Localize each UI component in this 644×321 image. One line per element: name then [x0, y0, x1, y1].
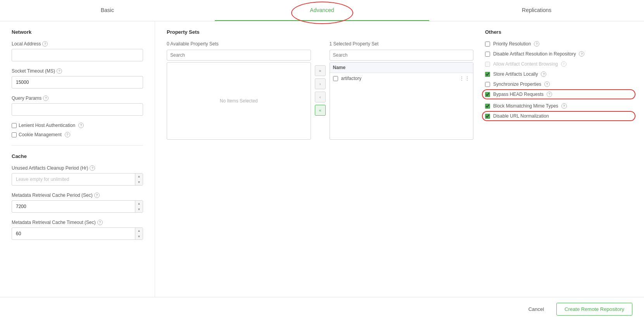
selected-ps-list: Name artifactory ⋮⋮ — [330, 62, 474, 140]
local-address-help-icon[interactable]: ? — [42, 41, 48, 47]
store-artifacts-locally-row: Store Artifacts Locally ? — [485, 71, 632, 77]
socket-timeout-help-icon[interactable]: ? — [57, 68, 62, 74]
cookie-management-label[interactable]: Cookie Management — [12, 132, 62, 137]
others-title: Others — [485, 29, 632, 35]
selected-ps-title: 1 Selected Property Set — [330, 41, 474, 47]
synchronize-properties-checkbox[interactable] — [485, 82, 490, 87]
divider-1 — [12, 145, 143, 146]
metadata-cache-period-down[interactable]: ▼ — [135, 206, 143, 212]
ps-item-name: artifactory — [341, 76, 456, 81]
ps-item-menu-icon[interactable]: ⋮⋮ — [459, 75, 470, 82]
socket-timeout-input[interactable] — [12, 76, 143, 88]
bypass-head-requests-label[interactable]: Bypass HEAD Requests — [493, 92, 544, 97]
metadata-cache-period-help-icon[interactable]: ? — [94, 193, 100, 198]
unused-cleanup-group: Unused Artifacts Cleanup Period (Hr) ? ▲… — [12, 165, 143, 186]
lenient-host-help-icon[interactable]: ? — [78, 123, 84, 128]
disable-url-normalization-row: Disable URL Normalization — [485, 113, 632, 119]
ps-list-header: Name — [330, 62, 473, 73]
unused-cleanup-down[interactable]: ▼ — [135, 179, 143, 185]
metadata-cache-timeout-input[interactable] — [12, 227, 143, 240]
selected-ps-search[interactable] — [330, 50, 474, 61]
create-repository-button[interactable]: Create Remote Repository — [556, 303, 632, 316]
unused-cleanup-help-icon[interactable]: ? — [90, 165, 95, 171]
store-artifacts-locally-checkbox[interactable] — [485, 72, 490, 77]
available-ps-title: 0 Available Property Sets — [167, 41, 311, 47]
priority-resolution-row: Priority Resolution ? — [485, 41, 632, 47]
ps-item-checkbox[interactable] — [333, 76, 338, 81]
lenient-host-group: Lenient Host Authentication ? — [12, 123, 143, 128]
available-ps-search[interactable] — [167, 50, 311, 61]
query-params-help-icon[interactable]: ? — [43, 95, 48, 101]
transfer-right-one-btn[interactable]: › — [315, 78, 326, 89]
bottom-bar: Cancel Create Remote Repository — [0, 297, 644, 321]
metadata-cache-period-group: Metadata Retrieval Cache Period (Sec) ? … — [12, 193, 143, 213]
transfer-right-all-btn[interactable]: » — [315, 65, 326, 76]
tab-replications[interactable]: Replications — [429, 0, 644, 21]
metadata-cache-period-spinners: ▲ ▼ — [135, 201, 143, 212]
metadata-cache-timeout-up[interactable]: ▲ — [135, 228, 143, 234]
local-address-label: Local Address ? — [12, 41, 143, 47]
transfer-buttons: » › ‹ « — [315, 41, 326, 140]
socket-timeout-label: Socket Timeout (MS) ? — [12, 68, 143, 74]
synchronize-properties-row: Synchronize Properties ? — [485, 82, 632, 87]
transfer-left-one-btn[interactable]: ‹ — [315, 92, 326, 102]
local-address-input[interactable] — [12, 49, 143, 61]
right-panel: Property Sets 0 Available Property Sets … — [155, 21, 644, 297]
local-address-group: Local Address ? — [12, 41, 143, 61]
left-panel: Network Local Address ? Socket Timeout (… — [0, 21, 155, 297]
block-mismatching-mime-row: Block Mismatching Mime Types ? — [485, 103, 632, 109]
allow-artifact-browsing-label: Allow Artifact Content Browsing — [493, 61, 558, 67]
ps-list-item[interactable]: artifactory ⋮⋮ — [330, 73, 473, 84]
metadata-cache-timeout-spinner-group: ▲ ▼ — [12, 227, 143, 240]
cookie-management-group: Cookie Management ? — [12, 132, 143, 137]
bypass-head-requests-checkbox[interactable] — [485, 92, 490, 97]
available-ps-list: No Items Selected — [167, 62, 311, 140]
allow-artifact-browsing-help-icon: ? — [561, 61, 566, 67]
tab-basic[interactable]: Basic — [0, 0, 215, 21]
lenient-host-label[interactable]: Lenient Host Authentication — [12, 123, 75, 128]
disable-artifact-resolution-help-icon[interactable]: ? — [579, 51, 584, 57]
page-container: Basic Advanced Replications Network Loca… — [0, 0, 644, 321]
cookie-management-checkbox[interactable] — [12, 132, 17, 137]
transfer-left-all-btn[interactable]: « — [315, 105, 326, 116]
metadata-cache-timeout-label: Metadata Retrieval Cache Timeout (Sec) ? — [12, 220, 143, 225]
property-sets-section: Property Sets 0 Available Property Sets … — [167, 29, 473, 289]
disable-artifact-resolution-checkbox[interactable] — [485, 52, 490, 57]
metadata-cache-period-input[interactable] — [12, 200, 143, 213]
allow-artifact-browsing-row: Allow Artifact Content Browsing ? — [485, 61, 632, 67]
synchronize-properties-label[interactable]: Synchronize Properties — [493, 82, 541, 87]
property-sets-title: Property Sets — [167, 29, 473, 35]
store-artifacts-locally-label[interactable]: Store Artifacts Locally — [493, 71, 538, 77]
lenient-host-checkbox[interactable] — [12, 123, 17, 128]
priority-resolution-help-icon[interactable]: ? — [534, 41, 539, 47]
store-artifacts-locally-help-icon[interactable]: ? — [541, 71, 546, 77]
metadata-cache-timeout-down[interactable]: ▼ — [135, 234, 143, 239]
block-mismatching-mime-label[interactable]: Block Mismatching Mime Types — [493, 103, 558, 109]
bypass-head-requests-row: Bypass HEAD Requests ? — [485, 92, 632, 97]
disable-artifact-resolution-label[interactable]: Disable Artifact Resolution in Repositor… — [493, 51, 576, 57]
cancel-button[interactable]: Cancel — [521, 303, 552, 315]
disable-artifact-resolution-row: Disable Artifact Resolution in Repositor… — [485, 51, 632, 57]
query-params-input[interactable] — [12, 103, 143, 116]
unused-cleanup-label: Unused Artifacts Cleanup Period (Hr) ? — [12, 165, 143, 171]
priority-resolution-label[interactable]: Priority Resolution — [493, 41, 531, 47]
query-params-group: Query Params ? — [12, 95, 143, 116]
disable-url-normalization-label[interactable]: Disable URL Normalization — [493, 113, 549, 119]
metadata-cache-timeout-group: Metadata Retrieval Cache Timeout (Sec) ?… — [12, 220, 143, 240]
allow-artifact-browsing-checkbox — [485, 62, 490, 67]
block-mismatching-mime-checkbox[interactable] — [485, 104, 490, 109]
metadata-cache-period-spinner-group: ▲ ▼ — [12, 200, 143, 213]
metadata-cache-period-up[interactable]: ▲ — [135, 201, 143, 206]
property-sets-transfer: 0 Available Property Sets No Items Selec… — [167, 41, 473, 140]
tab-advanced[interactable]: Advanced — [215, 0, 430, 21]
block-mismatching-mime-help-icon[interactable]: ? — [561, 103, 567, 109]
metadata-cache-timeout-help-icon[interactable]: ? — [97, 220, 103, 225]
cookie-management-help-icon[interactable]: ? — [65, 132, 70, 137]
bypass-head-requests-help-icon[interactable]: ? — [547, 92, 552, 97]
unused-cleanup-up[interactable]: ▲ — [135, 174, 143, 179]
priority-resolution-checkbox[interactable] — [485, 42, 490, 47]
unused-cleanup-input[interactable] — [12, 173, 143, 186]
available-ps-box: 0 Available Property Sets No Items Selec… — [167, 41, 311, 140]
disable-url-normalization-checkbox[interactable] — [485, 114, 490, 119]
synchronize-properties-help-icon[interactable]: ? — [544, 82, 550, 87]
